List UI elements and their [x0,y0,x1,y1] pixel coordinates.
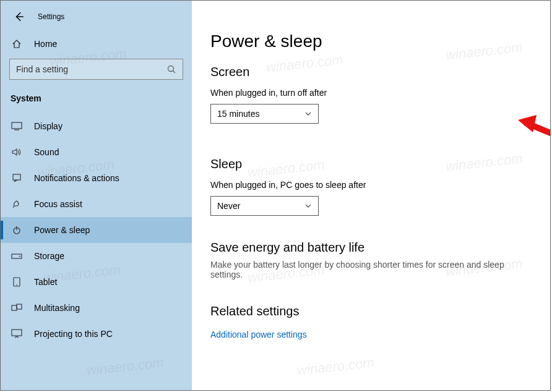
sidebar: Settings Home Find a setting System Disp… [1,1,192,390]
sidebar-item-tablet[interactable]: Tablet [1,269,192,295]
sidebar-item-label: Tablet [34,277,57,287]
sidebar-item-label: Power & sleep [34,225,90,235]
sidebar-item-label: Focus assist [34,199,82,209]
sleep-timeout-dropdown[interactable]: Never [210,196,319,216]
tablet-icon [11,277,23,287]
page-title: Power & sleep [210,32,535,51]
main-content: Power & sleep Screen When plugged in, tu… [192,1,550,390]
sleep-label: When plugged in, PC goes to sleep after [210,180,535,190]
sidebar-item-display[interactable]: Display [1,113,192,139]
power-icon [11,225,23,235]
additional-power-settings-link[interactable]: Additional power settings [210,330,307,339]
projecting-icon [11,329,23,339]
search-icon [166,64,176,74]
sidebar-item-power-sleep[interactable]: Power & sleep [1,217,192,243]
sidebar-item-label: Storage [34,251,64,261]
related-heading: Related settings [210,304,535,318]
search-placeholder: Find a setting [16,64,68,74]
sidebar-item-storage[interactable]: Storage [1,243,192,269]
display-icon [11,121,23,131]
svg-rect-7 [12,305,17,310]
notifications-icon [11,173,23,183]
sleep-heading: Sleep [210,157,535,171]
sidebar-item-sound[interactable]: Sound [1,139,192,165]
chevron-down-icon [304,202,312,210]
sidebar-item-label: Display [34,121,63,131]
svg-rect-2 [13,174,20,180]
sidebar-item-projecting[interactable]: Projecting to this PC [1,321,192,347]
sidebar-item-label: Multitasking [34,303,80,313]
storage-icon [11,252,23,260]
sleep-timeout-value: Never [217,201,240,211]
screen-timeout-value: 15 minutes [217,109,259,119]
svg-rect-9 [12,330,22,336]
sidebar-item-multitasking[interactable]: Multitasking [1,295,192,321]
sidebar-item-label: Sound [34,147,59,157]
section-label: System [1,88,192,113]
back-button[interactable] [11,8,28,25]
screen-timeout-dropdown[interactable]: 15 minutes [210,104,319,124]
app-title: Settings [38,12,64,21]
multitasking-icon [11,304,23,312]
svg-rect-1 [12,122,22,129]
focus-assist-icon [11,199,23,209]
chevron-down-icon [304,110,312,117]
home-icon [11,39,23,49]
svg-point-0 [168,66,174,72]
sidebar-item-notifications[interactable]: Notifications & actions [1,165,192,191]
sidebar-item-focus-assist[interactable]: Focus assist [1,191,192,217]
sidebar-item-label: Projecting to this PC [34,329,113,339]
battery-text: Make your battery last longer by choosin… [210,260,535,279]
svg-point-5 [19,256,20,257]
sidebar-item-home[interactable]: Home [1,33,192,55]
sidebar-item-label: Notifications & actions [34,173,119,183]
svg-rect-8 [17,304,22,309]
search-input[interactable]: Find a setting [9,59,183,80]
home-label: Home [34,39,57,49]
sound-icon [11,147,23,157]
battery-heading: Save energy and battery life [210,241,535,255]
screen-label: When plugged in, turn off after [210,88,535,98]
screen-heading: Screen [210,65,535,79]
